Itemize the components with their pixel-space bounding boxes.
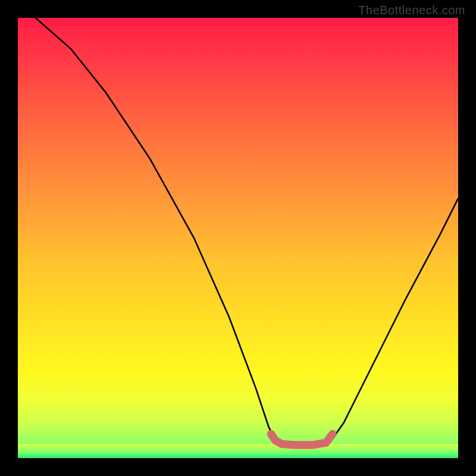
watermark-text: TheBottleneck.com xyxy=(358,4,465,17)
bottleneck-curve-path xyxy=(36,18,458,445)
curve-layer xyxy=(18,18,458,458)
chart-frame: TheBottleneck.com xyxy=(0,0,476,476)
plot-area xyxy=(18,18,458,458)
optimal-zone-marker-path xyxy=(271,434,333,445)
